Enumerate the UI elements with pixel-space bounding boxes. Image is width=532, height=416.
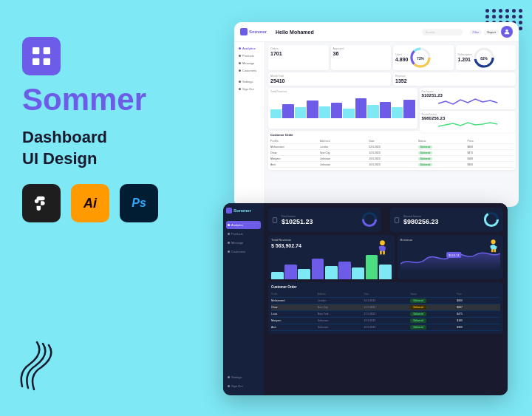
dd-bar-4 — [312, 259, 324, 280]
dd-customer-table: Customer Order Profile Address Date Stat… — [268, 282, 503, 334]
dd-donut-1 — [361, 211, 378, 228]
dd-sidebar: Sommer Analytics Products Message Custom… — [223, 203, 264, 395]
svg-point-19 — [380, 240, 385, 245]
dd-bar-7 — [352, 267, 364, 279]
ld-logo: Sommer — [240, 28, 267, 35]
figma-logo — [33, 195, 50, 211]
photoshop-icon: Ps — [120, 184, 158, 222]
ld-stats-row2: Month Total 25410 Revenue 1352 — [268, 72, 516, 86]
dd-bar-8 — [366, 255, 378, 279]
ld-table-row: Mohammed London 22.9.2023 Delivered $800 — [270, 144, 514, 150]
ld-table-row: Amir Unknown 10.9.2023 Delivered $360 — [270, 162, 514, 168]
ld-body: Analytics Products Message Customers Set… — [234, 42, 519, 207]
ld-nav-customers[interactable]: Customers — [237, 67, 262, 74]
ld-orders-card: Orders 1701 — [268, 45, 329, 70]
light-dashboard: Sommer Hello Mohamed Search... Filter Ex… — [234, 22, 519, 207]
document-icon-2 — [394, 217, 400, 223]
ld-charts-row: Total Revenue — [268, 88, 516, 129]
svg-rect-2 — [33, 58, 39, 65]
document-icon — [272, 217, 278, 223]
ps-label: Ps — [132, 197, 146, 210]
dd-table-row: Mohammed London 22.9.2023 Delivered $800 — [271, 298, 500, 304]
dd-table-row: Louis New York 17.9.2023 Delivered $475 — [271, 311, 500, 318]
ld-table-row: Omar New City 12.9.2023 Delivered $475 — [270, 150, 514, 156]
users-donut-chart: 72% — [410, 47, 431, 68]
svg-rect-16 — [395, 217, 398, 222]
dd-bar-3 — [298, 269, 310, 279]
dd-nav-settings[interactable]: Settings — [226, 373, 261, 381]
ld-bar-5 — [319, 106, 330, 119]
ld-stats-row: Orders 1701 Approved 36 Users 4.890 — [268, 45, 516, 70]
ld-main: Orders 1701 Approved 36 Users 4.890 — [265, 42, 519, 207]
dd-invoice-row: First Invoice $10251.23 — [268, 208, 503, 232]
dd-nav-message[interactable]: Message — [226, 239, 261, 247]
ld-bars — [270, 96, 415, 118]
dd-nav-products[interactable]: Products — [226, 230, 261, 238]
ld-bar-3 — [295, 107, 306, 118]
ld-invoice-2: Second Invoice $980256.23 — [420, 111, 516, 132]
ld-approved-card: Approved 36 — [331, 45, 392, 70]
logo-icon — [22, 37, 61, 75]
dd-donut-2 — [483, 211, 499, 228]
svg-rect-0 — [33, 47, 39, 54]
dd-wave-illustration — [485, 238, 502, 254]
ld-avatar — [501, 26, 513, 38]
ld-sidebar: Analytics Products Message Customers Set… — [234, 42, 265, 207]
svg-rect-1 — [44, 47, 50, 54]
ld-greeting: Hello Mohamed — [271, 30, 417, 35]
ld-bar-6 — [331, 103, 342, 118]
dd-body: Sommer Analytics Products Message Custom… — [223, 203, 508, 395]
swirl-decoration — [15, 335, 74, 394]
ld-export-btn[interactable]: Export — [484, 30, 499, 35]
ld-table-header: Profile Address Date Status Price — [270, 138, 514, 144]
dd-logo-box — [226, 208, 232, 214]
dd-nav-analytics[interactable]: Analytics — [226, 221, 261, 229]
illustrator-icon: Ai — [71, 184, 109, 222]
dd-nav-signout[interactable]: Sign Out — [226, 382, 261, 390]
subscription-donut-chart: 82% — [474, 47, 494, 68]
ld-header: Sommer Hello Mohamed Search... Filter Ex… — [234, 22, 519, 42]
dd-table-header: Profile Address Date Status Price — [271, 291, 500, 298]
ld-bar-12 — [403, 100, 415, 119]
left-panel: Sommer Dashboard UI Design Ai Ps — [22, 37, 185, 222]
ld-search[interactable]: Search... — [422, 29, 463, 35]
dd-bar-6 — [338, 262, 351, 279]
ld-nav-message[interactable]: Message — [237, 60, 262, 67]
dd-charts-row: Total Revenue $ 563,902.74 — [268, 235, 503, 279]
dd-table-row: Mariyam Unknown 19.9.2023 Delivered $180 — [271, 318, 500, 324]
dd-main: First Invoice $10251.23 — [264, 203, 508, 395]
svg-rect-30 — [494, 249, 496, 252]
dd-bar-chart: Total Revenue $ 563,902.74 — [268, 235, 395, 279]
tagline-line1: Dashboard — [22, 127, 185, 149]
ld-table-row: Mariyam Unknown 19.9.2023 Delivered $180 — [270, 156, 514, 162]
dd-table-row: Amir Unknown 10.9.2023 Delivered $360 — [271, 324, 500, 331]
svg-text:$543.74: $543.74 — [449, 254, 459, 257]
ld-month-total-card: Month Total 25410 — [268, 72, 391, 86]
ld-bar-8 — [355, 98, 366, 118]
ld-bar-2 — [282, 104, 293, 119]
ld-users-card: Users 4.890 72% — [393, 45, 454, 70]
ld-nav-signout[interactable]: Sign Out — [237, 86, 262, 92]
ld-invoice-1: First Invoice $10251.23 — [420, 88, 516, 109]
svg-rect-24 — [383, 251, 385, 255]
ai-label: Ai — [83, 196, 97, 211]
ld-filter-btn[interactable]: Filter — [470, 30, 482, 35]
dd-logo: Sommer — [226, 208, 261, 214]
ld-nav-settings[interactable]: Settings — [237, 78, 262, 85]
svg-point-25 — [491, 239, 495, 244]
avatar-icon — [503, 28, 511, 35]
dd-logo-text: Sommer — [233, 208, 251, 213]
ld-nav-products[interactable]: Products — [237, 52, 262, 59]
dd-nav-customers[interactable]: Customers — [226, 248, 261, 256]
svg-text:82%: 82% — [480, 57, 488, 61]
dd-bar-2 — [284, 265, 297, 279]
ld-logo-box — [240, 28, 248, 35]
ld-bar-10 — [380, 102, 391, 119]
svg-rect-13 — [273, 217, 276, 222]
dd-bar-9 — [379, 265, 392, 279]
ld-bar-11 — [392, 107, 403, 118]
tool-icons: Ai Ps — [22, 184, 185, 222]
ld-sparkline-1 — [422, 98, 514, 106]
ld-nav-analytics[interactable]: Analytics — [237, 45, 262, 52]
ld-logo-text: Sommer — [249, 30, 267, 34]
